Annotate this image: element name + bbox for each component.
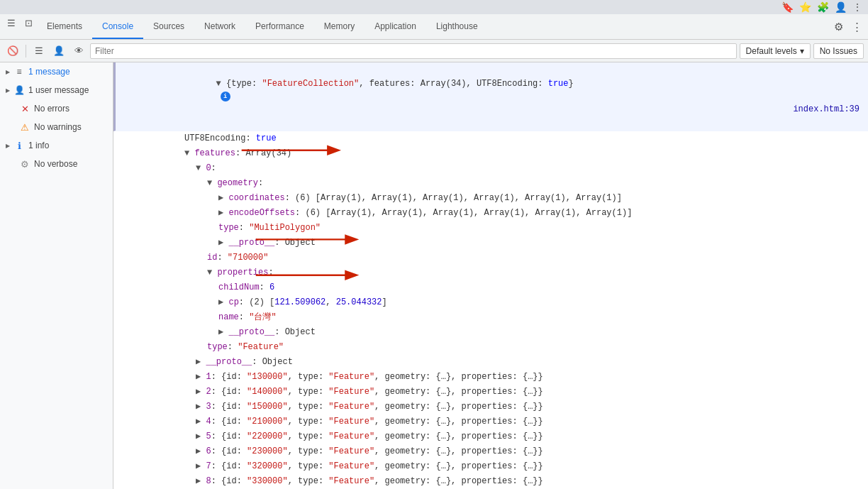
devtools-undock-toggle[interactable]: ⊡ xyxy=(20,14,37,31)
sidebar-item-warnings[interactable]: ⚠ No warnings xyxy=(0,118,113,136)
console-line-geometry[interactable]: ▼ geometry: xyxy=(113,176,868,191)
console-line[interactable]: ▼ 0: xyxy=(113,161,868,176)
console-line[interactable]: ▶ __proto__: Object xyxy=(113,236,868,251)
line-content: ▶ cp: (2) [121.509062, 25.044332] xyxy=(216,296,868,309)
tab-application[interactable]: Application xyxy=(365,14,426,39)
line-content: childNum: 6 xyxy=(216,281,868,294)
browser-top-bar: 🔖 ⭐ 🧩 👤 ⋮ xyxy=(0,0,868,14)
main-layout: ▶ ≡ 1 message ▶ 👤 1 user message ✕ No er… xyxy=(0,62,868,489)
user-icon: 👤 xyxy=(14,85,24,95)
star-icon[interactable]: ⭐ xyxy=(799,1,811,13)
sidebar-item-user-messages[interactable]: ▶ 👤 1 user message xyxy=(0,81,113,99)
line-content: type: "MultiPolygon" xyxy=(216,221,868,234)
file-link[interactable]: index.html:39 xyxy=(793,103,859,116)
menu-icon[interactable]: ⋮ xyxy=(852,1,862,13)
sidebar-item-verbose[interactable]: ⚙ No verbose xyxy=(0,155,113,173)
console-line[interactable]: type: "Feature" xyxy=(113,340,868,355)
tab-elements[interactable]: Elements xyxy=(37,14,92,39)
console-line[interactable]: ▶ coordinates: (6) [Array(1), Array(1), … xyxy=(113,191,868,206)
devtools-sidebar-toggle[interactable]: ☰ xyxy=(3,14,20,31)
tab-network[interactable]: Network xyxy=(194,14,245,39)
tab-lighthouse[interactable]: Lighthouse xyxy=(426,14,488,39)
sidebar-item-messages[interactable]: ▶ ≡ 1 message xyxy=(0,62,113,81)
console-line[interactable]: UTF8Encoding: true xyxy=(113,131,868,146)
line-content: ▼ properties: xyxy=(204,266,868,279)
user-messages-button[interactable]: 👤 xyxy=(50,43,67,60)
line-content: ▼ {type: "FeatureCollection", features: … xyxy=(172,63,868,130)
filter-input[interactable] xyxy=(90,43,737,59)
default-levels-button[interactable]: Default levels ▾ xyxy=(740,43,811,59)
console-line[interactable]: ▶ cp: (2) [121.509062, 25.044332] xyxy=(113,295,868,310)
line-content: ▶ 2: {id: "140000", type: "Feature", geo… xyxy=(193,385,868,398)
extension-icon[interactable]: 🧩 xyxy=(817,1,829,13)
warning-icon: ⚠ xyxy=(20,122,30,132)
line-content: ▼ geometry: xyxy=(204,177,868,189)
line-content: ▶ 3: {id: "150000", type: "Feature", geo… xyxy=(193,400,868,413)
line-content: ▶ 6: {id: "230000", type: "Feature", geo… xyxy=(193,445,868,458)
bookmark-icon[interactable]: 🔖 xyxy=(781,1,794,13)
line-content: ▶ encodeOffsets: (6) [Array(1), Array(1)… xyxy=(216,207,868,219)
toolbar-divider xyxy=(26,45,26,57)
profile-icon[interactable]: 👤 xyxy=(835,1,847,13)
console-line[interactable]: ▼ {type: "FeatureCollection", features: … xyxy=(113,62,868,131)
chevron-down-icon: ▾ xyxy=(800,46,804,56)
tab-sources[interactable]: Sources xyxy=(143,14,194,39)
console-line[interactable]: type: "MultiPolygon" xyxy=(113,221,868,236)
tab-console[interactable]: Console xyxy=(92,14,143,39)
console-line-properties[interactable]: ▼ properties: xyxy=(113,265,868,280)
line-content: ▶ __proto__: Object xyxy=(216,326,868,339)
table-row[interactable]: ▶ 4: {id: "210000", type: "Feature", geo… xyxy=(113,414,868,429)
table-row[interactable]: ▶ 3: {id: "150000", type: "Feature", geo… xyxy=(113,400,868,414)
console-line[interactable]: ▶ encodeOffsets: (6) [Array(1), Array(1)… xyxy=(113,206,868,221)
console-line[interactable]: ▶ __proto__: Object xyxy=(113,355,868,370)
expand-icon: ▶ xyxy=(6,69,10,75)
verbose-icon: ⚙ xyxy=(20,159,30,169)
table-row[interactable]: ▶ 2: {id: "140000", type: "Feature", geo… xyxy=(113,385,868,400)
tab-performance[interactable]: Performance xyxy=(245,14,314,39)
expand-icon: ▶ xyxy=(6,143,10,149)
console-content[interactable]: ▼ {type: "FeatureCollection", features: … xyxy=(113,62,868,489)
line-content: id: "710000" xyxy=(204,251,868,264)
console-line[interactable]: id: "710000" xyxy=(113,251,868,265)
line-content: ▶ 4: {id: "210000", type: "Feature", geo… xyxy=(193,415,868,428)
console-toolbar: 🚫 ☰ 👤 👁 Default levels ▾ No Issues xyxy=(0,40,868,62)
info-badge[interactable]: i xyxy=(221,92,230,101)
table-row[interactable]: ▶ 1: {id: "130000", type: "Feature", geo… xyxy=(113,370,868,385)
line-content: ▼ features: Array(34) xyxy=(182,147,868,160)
expand-icon: ▶ xyxy=(6,87,10,94)
no-issues-button[interactable]: No Issues xyxy=(813,43,864,59)
list-icon: ≡ xyxy=(14,67,24,77)
info-icon: ℹ xyxy=(14,141,24,150)
line-content: name: "台灣" xyxy=(216,311,868,324)
settings-icon[interactable]: ⚙ xyxy=(834,21,843,33)
collapse-all-button[interactable]: ☰ xyxy=(30,43,48,60)
line-content: type: "Feature" xyxy=(204,341,868,353)
devtools-tab-icons: ⚙ ⋮ xyxy=(828,14,868,39)
table-row[interactable]: ▶ 5: {id: "220000", type: "Feature", geo… xyxy=(113,429,868,444)
line-content: ▶ 7: {id: "320000", type: "Feature", geo… xyxy=(193,460,868,473)
table-row[interactable]: ▶ 6: {id: "230000", type: "Feature", geo… xyxy=(113,444,868,459)
line-content: ▶ __proto__: Object xyxy=(193,356,868,368)
clear-console-button[interactable]: 🚫 xyxy=(4,43,21,60)
tab-memory[interactable]: Memory xyxy=(314,14,365,39)
table-row[interactable]: ▶ 8: {id: "330000", type: "Feature", geo… xyxy=(113,474,868,489)
line-content: UTF8Encoding: true xyxy=(182,132,868,145)
console-line-name[interactable]: name: "台灣" xyxy=(113,310,868,325)
line-content: ▶ 1: {id: "130000", type: "Feature", geo… xyxy=(193,370,868,383)
line-content: ▶ 5: {id: "220000", type: "Feature", geo… xyxy=(193,430,868,443)
line-content: ▶ 8: {id: "330000", type: "Feature", geo… xyxy=(193,475,868,488)
eye-button[interactable]: 👁 xyxy=(70,43,87,60)
devtools-tabs: ☰ ⊡ Elements Console Sources Network Per… xyxy=(0,14,868,40)
console-line[interactable]: ▶ __proto__: Object xyxy=(113,325,868,340)
error-icon: ✕ xyxy=(20,104,30,114)
console-line[interactable]: childNum: 6 xyxy=(113,280,868,295)
line-content: ▶ coordinates: (6) [Array(1), Array(1), … xyxy=(216,192,868,204)
console-sidebar: ▶ ≡ 1 message ▶ 👤 1 user message ✕ No er… xyxy=(0,62,113,489)
more-tabs-icon[interactable]: ⋮ xyxy=(852,21,862,33)
console-line[interactable]: ▼ features: Array(34) xyxy=(113,146,868,161)
line-content: ▶ __proto__: Object xyxy=(216,236,868,249)
sidebar-item-errors[interactable]: ✕ No errors xyxy=(0,99,113,118)
table-row[interactable]: ▶ 7: {id: "320000", type: "Feature", geo… xyxy=(113,459,868,474)
sidebar-item-info[interactable]: ▶ ℹ 1 info xyxy=(0,136,113,155)
line-content: ▼ 0: xyxy=(193,162,868,175)
